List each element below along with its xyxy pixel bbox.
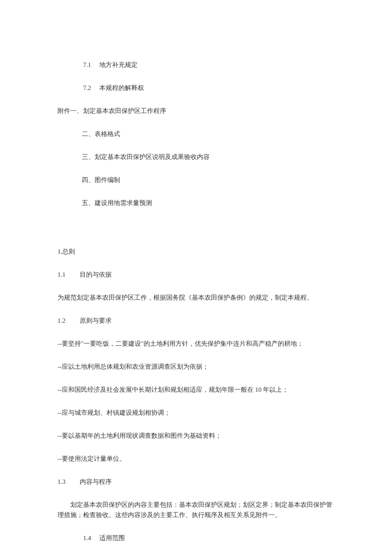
toc-title-7-2: 本规程的解释权 bbox=[99, 84, 144, 91]
section-1-2: 1.2 原则与要求 bbox=[58, 315, 334, 326]
section-1-heading: 1.总则 bbox=[58, 246, 334, 257]
paragraph-text: 划定基本农田保护区的内容主要包括：基本农田保护区规划；划区定界；制定基本农田保护… bbox=[58, 501, 332, 518]
appendix-item-1: 附件一、划定基本农田保护区工作程序 bbox=[58, 106, 334, 116]
appendix-item-2: 二、表格格式 bbox=[58, 129, 334, 139]
section-title-1-1: 目的与依据 bbox=[80, 271, 112, 278]
section-num-1-3: 1.3 bbox=[58, 477, 72, 487]
section-title-1-4: 适用范围 bbox=[99, 535, 125, 541]
appendix-item-3: 三、划定基本农田保护区说明及成果验收内容 bbox=[58, 152, 334, 162]
bullet-text: --要使用法定计量单位。 bbox=[58, 455, 126, 462]
section-1-1: 1.1 目的与依据 bbox=[58, 269, 334, 280]
bullet-5: --要以基期年的土地利用现状调查数据和图件为基础资料； bbox=[58, 431, 334, 441]
paragraph-1-1: 为规范划定基本农田保护区工作，根据国务院《基本农田保护条例》的规定，制定本规程。 bbox=[58, 292, 334, 303]
appendix-title-3: 三、划定基本农田保护区说明及成果验收内容 bbox=[82, 153, 210, 160]
bullet-2: --应以土地利用总体规划和农业资源调查区划为依据； bbox=[58, 361, 334, 372]
section-1-3: 1.3 内容与程序 bbox=[58, 477, 334, 487]
section-title-1-3: 内容与程序 bbox=[80, 478, 112, 485]
bullet-4: --应与城市规划、村镇建设规划相协调； bbox=[58, 408, 334, 418]
appendix-title-5: 五、建设用地需求量预测 bbox=[82, 199, 152, 206]
section-num-1-1: 1.1 bbox=[58, 269, 72, 280]
appendix-label: 附件一、 bbox=[58, 107, 83, 114]
appendix-title-1: 划定基本农田保护区工作程序 bbox=[83, 107, 166, 114]
section-num-1-4: 1.4 bbox=[70, 533, 91, 543]
toc-title-7-1: 地方补充规定 bbox=[99, 61, 138, 68]
toc-num-7-2: 7.2 bbox=[70, 83, 91, 93]
bullet-text: --要以基期年的土地利用现状调查数据和图件为基础资料； bbox=[58, 432, 222, 439]
section-title-1-2: 原则与要求 bbox=[80, 317, 112, 324]
toc-item-7-1: 7.1 地方补充规定 bbox=[58, 60, 334, 70]
bullet-text: --应和国民经济及社会发展中长期计划和规划相适应，规划年限一般在 10 年以上； bbox=[58, 386, 289, 393]
paragraph-1-3: 划定基本农田保护区的内容主要包括：基本农田保护区规划；划区定界；制定基本农田保护… bbox=[58, 500, 334, 520]
toc-item-7-2: 7.2 本规程的解释权 bbox=[58, 83, 334, 93]
appendix-title-4: 四、图件编制 bbox=[82, 176, 120, 183]
paragraph-text: 为规范划定基本农田保护区工作，根据国务院《基本农田保护条例》的规定，制定本规程。 bbox=[58, 294, 313, 301]
bullet-3: --应和国民经济及社会发展中长期计划和规划相适应，规划年限一般在 10 年以上； bbox=[58, 384, 334, 395]
section-num-1-2: 1.2 bbox=[58, 315, 72, 326]
bullet-text: --应以土地利用总体规划和农业资源调查区划为依据； bbox=[58, 363, 209, 370]
section-1-4: 1.4 适用范围 bbox=[58, 533, 334, 543]
bullet-text: --应与城市规划、村镇建设规划相协调； bbox=[58, 409, 170, 416]
appendix-item-4: 四、图件编制 bbox=[58, 175, 334, 185]
bullet-text: --要坚持"一要吃饭，二要建设"的土地利用方针，优先保护集中连片和高产稳产的耕地… bbox=[58, 340, 303, 347]
bullet-6: --要使用法定计量单位。 bbox=[58, 454, 334, 464]
bullet-1: --要坚持"一要吃饭，二要建设"的土地利用方针，优先保护集中连片和高产稳产的耕地… bbox=[58, 338, 334, 349]
toc-num-7-1: 7.1 bbox=[70, 60, 91, 70]
appendix-title-2: 二、表格格式 bbox=[82, 130, 120, 137]
heading-text: 1.总则 bbox=[58, 248, 75, 255]
appendix-item-5: 五、建设用地需求量预测 bbox=[58, 198, 334, 208]
